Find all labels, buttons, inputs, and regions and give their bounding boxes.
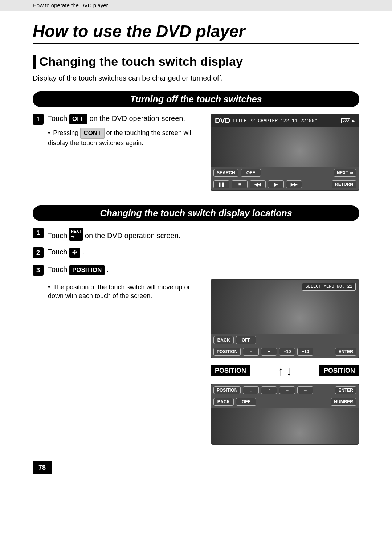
- next-icon-label: NEXT⇒: [69, 228, 83, 241]
- off-button[interactable]: OFF: [236, 398, 256, 406]
- section-title: Changing the touch switch display: [39, 54, 243, 69]
- step-1: 1 Touch NEXT⇒ on the DVD operation scree…: [33, 228, 359, 241]
- dvd-screen-2: SELECT MENU NO. 22 BACK OFF POSITION − +…: [211, 279, 359, 358]
- page-title: How to use the DVD player: [33, 14, 359, 44]
- bullet-icon: •: [48, 283, 50, 291]
- position-button[interactable]: POSITION: [213, 348, 241, 356]
- arrow-up-icon: ↑: [278, 365, 284, 377]
- screen-button-row: BACK OFF: [211, 334, 359, 346]
- step-text: .: [80, 248, 84, 256]
- subsection-pill-2: Changing the touch switch display locati…: [33, 205, 359, 221]
- step-3: 3 Touch POSITION .: [33, 265, 359, 276]
- step-number-icon: 2: [33, 247, 44, 258]
- screen-video-area: [211, 127, 359, 167]
- return-button[interactable]: RETURN: [332, 180, 356, 188]
- step-note: •The position of the touch switch will m…: [48, 283, 201, 301]
- note-text: Pressing: [53, 129, 80, 136]
- footer: 78: [33, 461, 359, 474]
- screen-button-row: POSITION ↓ ↑ ← → ENTER: [211, 384, 359, 396]
- plus10-button[interactable]: +10: [297, 348, 313, 356]
- position-button[interactable]: POSITION: [213, 386, 241, 394]
- step-number-icon: 1: [33, 114, 44, 125]
- enter-button[interactable]: ENTER: [335, 348, 356, 356]
- step-text: on the DVD operation screen.: [83, 232, 180, 240]
- position-label-left: POSITION: [211, 365, 250, 376]
- step-1: 1 Touch OFF on the DVD operation screen.: [33, 114, 201, 125]
- screen-video-area: [211, 408, 359, 444]
- header-band: How to operate the DVD player: [0, 0, 392, 11]
- sparkle-icon-label: ✣: [69, 248, 80, 258]
- step-number-icon: 1: [33, 228, 44, 238]
- screen-status-bar: DVD TITLE 22 CHAPTER 122 11'22'00" DOD ▶: [211, 114, 359, 127]
- arrow-right-button[interactable]: →: [297, 386, 313, 394]
- screen-button-row: BACK OFF NUMBER: [211, 396, 359, 408]
- enter-button[interactable]: ENTER: [335, 386, 356, 394]
- step-text: Touch: [48, 248, 69, 256]
- step-text: on the DVD operation screen.: [87, 114, 185, 122]
- page-number: 78: [33, 461, 52, 474]
- forward-button[interactable]: ▶▶: [286, 180, 302, 188]
- screen-button-row: SEARCH OFF NEXT ⇒: [211, 167, 359, 179]
- position-arrow-row: POSITION ↑ ↓ POSITION: [211, 365, 359, 377]
- dvd-label: DVD: [215, 117, 230, 125]
- minus-button[interactable]: −: [243, 348, 259, 356]
- back-button[interactable]: BACK: [213, 336, 234, 344]
- cont-button-label: CONT: [80, 128, 104, 139]
- position-label-right: POSITION: [319, 365, 359, 376]
- back-button[interactable]: BACK: [213, 398, 234, 406]
- arrow-down-icon: ↓: [286, 365, 292, 377]
- arrow-up-button[interactable]: ↑: [261, 386, 277, 394]
- rewind-button[interactable]: ◀◀: [250, 180, 266, 188]
- off-button[interactable]: OFF: [241, 169, 261, 177]
- dolby-icon: DOD: [341, 118, 350, 123]
- next-button[interactable]: NEXT ⇒: [334, 169, 356, 177]
- plus-button[interactable]: +: [261, 348, 277, 356]
- stop-button[interactable]: ■: [232, 180, 248, 188]
- off-button[interactable]: OFF: [236, 336, 256, 344]
- arrow-down-button[interactable]: ↓: [243, 386, 259, 394]
- play-icon: ▶: [352, 118, 355, 124]
- dvd-screen-1: DVD TITLE 22 CHAPTER 122 11'22'00" DOD ▶…: [211, 114, 359, 191]
- section-bar: [33, 55, 36, 69]
- off-button-label: OFF: [69, 114, 87, 124]
- status-text: TITLE 22 CHAPTER 122 11'22'00": [232, 118, 317, 123]
- play-button[interactable]: ▶: [268, 180, 284, 188]
- step-2: 2 Touch ✣ .: [33, 247, 359, 258]
- section-heading: Changing the touch switch display: [33, 54, 359, 69]
- step-note: •Pressing CONT or the touching the scree…: [48, 128, 201, 147]
- arrow-left-button[interactable]: ←: [279, 386, 295, 394]
- bullet-icon: •: [48, 128, 50, 137]
- dvd-screen-3: POSITION ↓ ↑ ← → ENTER BACK OFF: [211, 384, 359, 445]
- position-button-label: POSITION: [69, 265, 105, 275]
- screen-video-area: SELECT MENU NO. 22: [211, 280, 359, 334]
- intro-text: Display of the touch switches can be cha…: [33, 74, 359, 82]
- step-text: Touch: [48, 232, 69, 240]
- search-button[interactable]: SEARCH: [213, 169, 238, 177]
- step-number-icon: 3: [33, 265, 44, 276]
- screen-button-row: POSITION − + −10 +10 ENTER: [211, 346, 359, 358]
- minus10-button[interactable]: −10: [279, 348, 295, 356]
- subsection-pill-1: Turning off the touch switches: [33, 91, 359, 107]
- note-text: The position of the touch switch will mo…: [48, 283, 190, 299]
- step-text: Touch: [48, 265, 69, 273]
- number-button[interactable]: NUMBER: [331, 398, 356, 406]
- screen-button-row: ❚❚ ■ ◀◀ ▶ ▶▶ RETURN: [211, 179, 359, 190]
- pause-button[interactable]: ❚❚: [213, 180, 229, 188]
- step-text: .: [105, 265, 109, 273]
- step-text: Touch: [48, 114, 69, 122]
- select-menu-badge: SELECT MENU NO. 22: [302, 283, 356, 291]
